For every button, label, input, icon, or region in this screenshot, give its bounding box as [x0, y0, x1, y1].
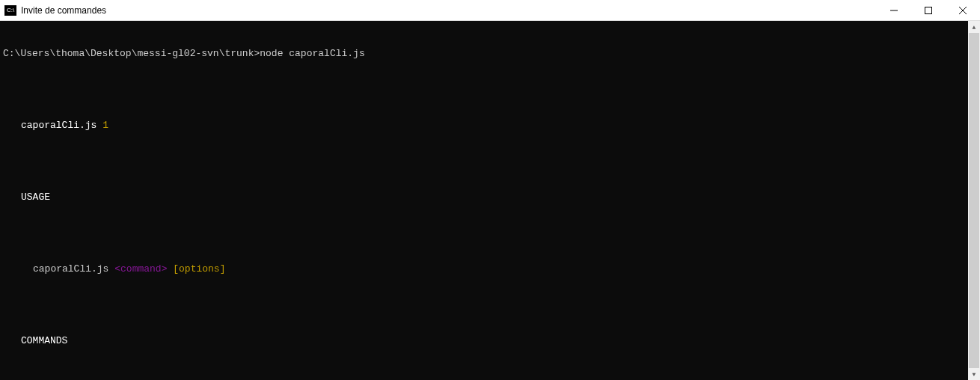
window-controls [877, 0, 980, 21]
scrollbar-thumb[interactable] [969, 33, 979, 368]
window-titlebar: C:\ Invite de commandes [0, 0, 980, 21]
usage-command: <command> [114, 263, 167, 275]
blank-line [3, 227, 977, 239]
window-title: Invite de commandes [21, 5, 106, 16]
usage-line: caporalCli.js <command> [options] [3, 263, 977, 275]
svg-rect-1 [925, 7, 932, 13]
prompt-path: C:\Users\thoma\Desktop\messi-gl02-svn\tr… [3, 48, 260, 59]
blank-line [3, 299, 977, 311]
blank-line [3, 156, 977, 168]
usage-program: caporalCli.js [33, 263, 108, 275]
blank-line [3, 84, 977, 96]
maximize-button[interactable] [911, 0, 946, 21]
usage-label: USAGE [3, 191, 977, 203]
close-button[interactable] [946, 0, 980, 21]
usage-options: [options] [173, 263, 225, 275]
titlebar-left: C:\ Invite de commandes [4, 5, 106, 16]
prompt-command: node caporalCli.js [260, 48, 364, 59]
scrollbar-down-arrow[interactable]: ▼ [968, 368, 980, 380]
prompt-line-1: C:\Users\thoma\Desktop\messi-gl02-svn\tr… [3, 48, 977, 60]
blank-line [3, 371, 977, 380]
program-header: caporalCli.js 1 [3, 120, 977, 132]
minimize-button[interactable] [877, 0, 911, 21]
scrollbar-up-arrow[interactable]: ▲ [968, 21, 980, 33]
commands-label: COMMANDS [3, 335, 977, 347]
cmd-icon: C:\ [4, 5, 16, 16]
terminal-output[interactable]: C:\Users\thoma\Desktop\messi-gl02-svn\tr… [0, 21, 980, 380]
program-name: caporalCli.js [21, 120, 97, 131]
program-version: 1 [102, 120, 108, 131]
vertical-scrollbar[interactable]: ▲ ▼ [968, 21, 980, 380]
